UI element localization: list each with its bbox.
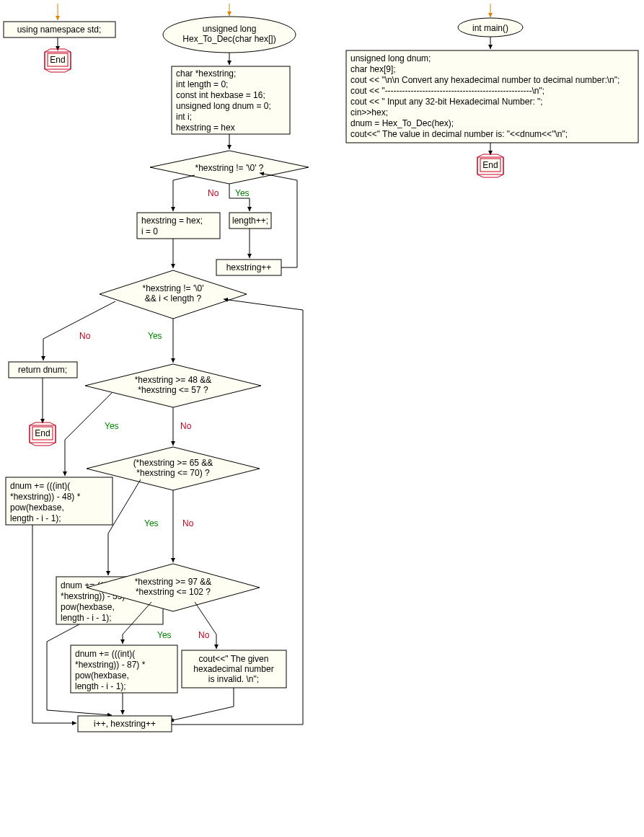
column-1: using namespace std; End (4, 4, 115, 72)
func-line1: unsigned long (203, 24, 257, 34)
iter-text: i++, hexstring++ (94, 719, 156, 729)
cond1-text: *hexstring != '\0' ? (195, 163, 264, 173)
svg-text:unsigned long dnum = 0;: unsigned long dnum = 0; (176, 101, 271, 111)
svg-text:char *hexstring;: char *hexstring; (176, 68, 236, 79)
svg-text:length - i - 1);: length - i - 1); (10, 513, 61, 523)
svg-text:No: No (79, 331, 91, 341)
svg-text:pow(hexbase,: pow(hexbase, (10, 502, 64, 513)
svg-text:*hexstring <= 102 ?: *hexstring <= 102 ? (136, 587, 211, 597)
svg-text:hexstring = hex: hexstring = hex (176, 123, 235, 133)
svg-text:Yes: Yes (157, 630, 172, 640)
svg-text:pow(hexbase,: pow(hexbase, (75, 670, 129, 681)
svg-text:Yes: Yes (148, 331, 162, 341)
svg-text:*hexstring <= 70) ?: *hexstring <= 70) ? (136, 468, 210, 478)
yes-label: Yes (235, 188, 250, 198)
svg-text:No: No (182, 518, 194, 528)
return-text: return dnum; (18, 365, 67, 375)
svg-text:cout<<" The value in decimal n: cout<<" The value in decimal number is: … (350, 129, 568, 139)
no-label: No (208, 188, 219, 198)
svg-text:Yes: Yes (144, 518, 159, 528)
svg-text:int i;: int i; (176, 112, 192, 122)
svg-text:End: End (482, 160, 498, 170)
svg-text:Yes: Yes (105, 421, 119, 431)
svg-text:End: End (35, 428, 50, 438)
svg-text:(*hexstring >= 65 &&: (*hexstring >= 65 && (133, 458, 213, 468)
svg-text:length - i - 1);: length - i - 1); (75, 681, 126, 691)
end-node-1: End (45, 49, 71, 72)
svg-text:length - i - 1);: length - i - 1); (61, 613, 112, 623)
func-line2: Hex_To_Dec(char hex[]) (182, 34, 275, 44)
end-1-text: End (50, 55, 65, 65)
ptr-inc-text: hexstring++ (226, 262, 272, 273)
end-node-2: End (30, 422, 56, 446)
column-2: unsigned long Hex_To_Dec(char hex[]) cha… (6, 4, 309, 732)
svg-text:No: No (180, 421, 192, 431)
svg-text:int length = 0;: int length = 0; (176, 79, 228, 89)
svg-text:*hexstring >= 48 &&: *hexstring >= 48 && (135, 375, 212, 385)
svg-text:cout << "\n\n Convert any hexa: cout << "\n\n Convert any hexadecimal nu… (350, 75, 619, 85)
svg-text:pow(hexbase,: pow(hexbase, (61, 602, 115, 612)
svg-text:is invalid. \n";: is invalid. \n"; (208, 674, 259, 684)
svg-text:cout<<" The given: cout<<" The given (199, 654, 269, 664)
svg-text:dnum += (((int)(: dnum += (((int)( (10, 481, 70, 491)
svg-text:i = 0: i = 0 (141, 226, 158, 236)
column-3: int main() unsigned long dnum; char hex[… (346, 4, 638, 177)
svg-text:char hex[9];: char hex[9]; (350, 64, 396, 74)
svg-text:dnum = Hex_To_Dec(hex);: dnum = Hex_To_Dec(hex); (350, 118, 454, 128)
svg-text:dnum += (((int)(: dnum += (((int)( (75, 649, 135, 659)
svg-text:&& i < length ?: && i < length ? (145, 293, 202, 304)
flowchart-canvas: using namespace std; End unsigned long H… (0, 0, 644, 837)
svg-text:*hexstring != '\0': *hexstring != '\0' (143, 283, 204, 293)
svg-text:cout << "---------------------: cout << "-------------------------------… (350, 86, 544, 96)
svg-text:No: No (198, 630, 210, 640)
svg-text:cout << " Input any 32-bit Hex: cout << " Input any 32-bit Hexadecimal N… (350, 97, 543, 107)
length-inc-text: length++; (232, 216, 268, 226)
svg-text:unsigned long dnum;: unsigned long dnum; (350, 53, 431, 63)
svg-text:hexstring = hex;: hexstring = hex; (141, 216, 203, 226)
svg-text:*hexstring >= 97 &&: *hexstring >= 97 && (135, 577, 212, 587)
svg-text:*hexstring)) - 48) *: *hexstring)) - 48) * (10, 492, 81, 502)
main-func-text: int main() (472, 23, 508, 33)
end-node-3: End (477, 154, 503, 177)
using-namespace-text: using namespace std; (17, 25, 102, 35)
svg-text:*hexstring)) - 87) *: *hexstring)) - 87) * (75, 660, 146, 670)
svg-text:hexadecimal number: hexadecimal number (193, 664, 273, 674)
svg-text:*hexstring <= 57 ?: *hexstring <= 57 ? (138, 385, 208, 395)
svg-text:cin>>hex;: cin>>hex; (350, 107, 388, 118)
svg-text:const int hexbase = 16;: const int hexbase = 16; (176, 90, 265, 100)
